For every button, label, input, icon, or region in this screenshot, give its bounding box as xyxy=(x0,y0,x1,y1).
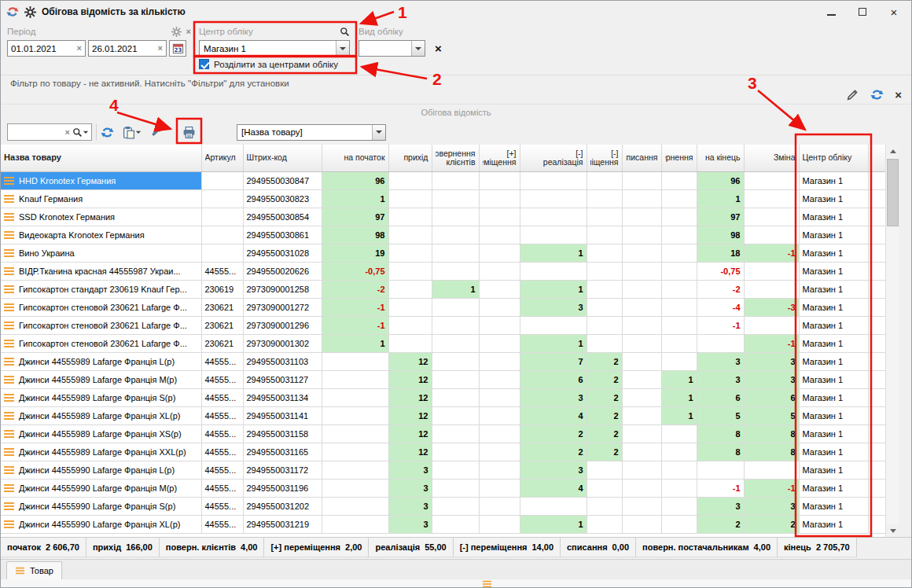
table-row[interactable]: ВІДР.Тканина красная 44555987 Украи...44… xyxy=(1,263,885,281)
cell-sales[interactable]: 4 xyxy=(520,407,587,425)
cell-writeoff[interactable] xyxy=(622,353,661,371)
cell-end[interactable]: 96 xyxy=(697,172,744,190)
cell-income[interactable]: 3 xyxy=(388,461,432,480)
column-header-name[interactable]: Назва товару xyxy=(1,145,201,172)
cell-sales[interactable]: 2 xyxy=(520,425,587,443)
cell-barcode[interactable]: 2949550031158 xyxy=(243,425,322,443)
cell-change[interactable] xyxy=(744,208,799,226)
cell-name[interactable]: Гипсокартон стеновой 230621 Lafarge Ф... xyxy=(1,335,201,353)
cell-name[interactable]: Джинси 44555989 Lafarge Франція M(р) xyxy=(1,371,201,389)
table-row[interactable]: Джинси 44555989 Lafarge Франція S(р)4455… xyxy=(1,389,885,407)
cell-start[interactable]: 96 xyxy=(322,172,388,190)
column-header-start[interactable]: на початок xyxy=(322,145,388,172)
cell-income[interactable]: 12 xyxy=(388,407,432,425)
cell-move_plus[interactable] xyxy=(479,443,520,461)
table-row[interactable]: Джинси 44555989 Lafarge Франція XL(р)445… xyxy=(1,407,885,425)
cell-start[interactable] xyxy=(322,353,388,371)
cell-barcode[interactable]: 2949550031219 xyxy=(243,516,322,534)
cell-sku[interactable]: 230621 xyxy=(201,317,243,335)
cell-name[interactable]: Вино Украина xyxy=(1,244,201,263)
cell-sales[interactable]: 6 xyxy=(520,371,587,389)
cell-change[interactable]: 2 xyxy=(744,516,799,534)
cell-income[interactable] xyxy=(388,281,432,299)
column-header-center[interactable]: Центр обліку xyxy=(799,145,868,172)
cell-end[interactable] xyxy=(697,461,744,480)
cell-move_plus[interactable] xyxy=(479,353,520,371)
cell-barcode[interactable]: 2949550031028 xyxy=(243,244,322,263)
cell-client_returns[interactable] xyxy=(432,244,479,263)
cell-income[interactable]: 12 xyxy=(388,443,432,461)
cell-move_minus[interactable] xyxy=(587,335,622,353)
cell-move_minus[interactable] xyxy=(587,299,622,317)
cell-start[interactable] xyxy=(322,371,388,389)
cell-writeoff[interactable] xyxy=(622,425,661,443)
cell-sales[interactable]: 3 xyxy=(520,461,587,480)
cell-end[interactable]: 98 xyxy=(697,226,744,244)
column-header-supplier_returns[interactable]: повернення xyxy=(661,145,697,172)
cell-writeoff[interactable] xyxy=(622,516,661,534)
table-row[interactable]: Джинси 44555990 Lafarge Франція S(р)4455… xyxy=(1,498,885,516)
cell-change[interactable]: -3 xyxy=(744,299,799,317)
table-row[interactable]: SSD Kronotex Германия29495500308549797Ма… xyxy=(1,208,885,226)
cell-client_returns[interactable] xyxy=(432,317,479,335)
cell-start[interactable]: -2 xyxy=(322,281,388,299)
cell-name[interactable]: Джинси 44555989 Lafarge Франція XL(р) xyxy=(1,407,201,425)
cell-start[interactable] xyxy=(322,461,388,480)
search-options-chevron-icon[interactable] xyxy=(83,131,88,136)
cell-end[interactable] xyxy=(697,335,744,353)
cell-sku[interactable]: 44555... xyxy=(201,425,243,443)
cell-move_plus[interactable] xyxy=(479,516,520,534)
cell-income[interactable]: 12 xyxy=(388,371,432,389)
search-magnifier-icon[interactable] xyxy=(72,127,83,138)
cell-sku[interactable]: 44555... xyxy=(201,443,243,461)
cell-change[interactable] xyxy=(744,317,799,335)
tab-tovar[interactable]: Товар xyxy=(6,561,62,579)
cell-center[interactable]: Магазин 1 xyxy=(799,461,868,480)
cell-name[interactable]: Гипсокартон стеновой 230621 Lafarge Ф... xyxy=(1,317,201,335)
cell-client_returns[interactable] xyxy=(432,516,479,534)
cell-center[interactable]: Магазин 1 xyxy=(799,443,868,461)
cell-barcode[interactable]: 2949550031172 xyxy=(243,461,322,480)
table-row[interactable]: Джинси 44555989 Lafarge Франція XXL(р)44… xyxy=(1,443,885,461)
cell-start[interactable] xyxy=(322,516,388,534)
cell-move_plus[interactable] xyxy=(479,371,520,389)
cell-center[interactable]: Магазин 1 xyxy=(799,317,868,335)
cell-name[interactable]: Джинси 44555990 Lafarge Франція XL(р) xyxy=(1,516,201,534)
cell-barcode[interactable]: 2949550031196 xyxy=(243,480,322,498)
cell-end[interactable]: -2 xyxy=(697,281,744,299)
cell-start[interactable]: 1 xyxy=(322,335,388,353)
cell-center[interactable]: Магазин 1 xyxy=(799,335,868,353)
cell-move_plus[interactable] xyxy=(479,389,520,407)
cell-change[interactable] xyxy=(744,226,799,244)
cell-barcode[interactable]: 2949550030861 xyxy=(243,226,322,244)
cell-income[interactable]: 3 xyxy=(388,480,432,498)
cell-supplier_returns[interactable] xyxy=(661,208,697,226)
combo-dropdown-button[interactable] xyxy=(411,41,425,56)
cell-income[interactable]: 12 xyxy=(388,425,432,443)
cell-barcode[interactable]: 2949550031134 xyxy=(243,389,322,407)
cell-sku[interactable] xyxy=(201,190,243,208)
cell-move_minus[interactable] xyxy=(587,281,622,299)
scroll-up-button[interactable] xyxy=(886,145,899,157)
cell-move_minus[interactable] xyxy=(587,516,622,534)
scroll-down-button[interactable] xyxy=(886,524,899,537)
cell-start[interactable] xyxy=(322,389,388,407)
combo-dropdown-button[interactable] xyxy=(336,41,349,56)
cell-center[interactable]: Магазин 1 xyxy=(799,371,868,389)
cell-center[interactable]: Магазин 1 xyxy=(799,226,868,244)
cell-supplier_returns[interactable] xyxy=(661,425,697,443)
cell-change[interactable]: 3 xyxy=(744,498,799,516)
cell-move_plus[interactable] xyxy=(479,208,520,226)
cell-change[interactable]: 8 xyxy=(744,443,799,461)
cell-supplier_returns[interactable]: 1 xyxy=(661,407,697,425)
cell-sales[interactable] xyxy=(520,263,587,281)
cell-move_minus[interactable] xyxy=(587,190,622,208)
cell-move_minus[interactable]: 2 xyxy=(587,353,622,371)
cell-income[interactable] xyxy=(388,172,432,190)
cell-move_minus[interactable] xyxy=(587,244,622,263)
cell-end[interactable]: 3 xyxy=(697,498,744,516)
cell-change[interactable] xyxy=(744,190,799,208)
cell-barcode[interactable]: 2949550031165 xyxy=(243,443,322,461)
cell-barcode[interactable]: 2949550030854 xyxy=(243,208,322,226)
cell-writeoff[interactable] xyxy=(622,371,661,389)
